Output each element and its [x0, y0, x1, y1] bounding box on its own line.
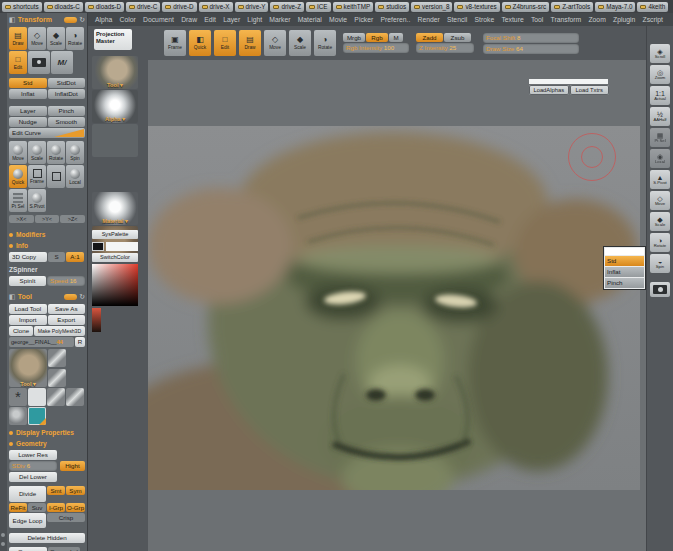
menu-movie[interactable]: Movie: [329, 16, 347, 23]
rotate-shelf-button[interactable]: ◑Rotate: [314, 30, 336, 56]
snap-x-button[interactable]: >X<: [9, 215, 34, 223]
shortcut-button[interactable]: drive-Y: [235, 2, 269, 12]
sym-button[interactable]: Sym: [66, 486, 85, 495]
display-properties-section[interactable]: Display Properties: [9, 427, 86, 438]
spinit-button[interactable]: SpinIt: [9, 276, 46, 286]
sys-palette-button[interactable]: SysPalette: [92, 230, 138, 239]
info-section[interactable]: Info: [9, 240, 86, 251]
crisp-button[interactable]: Crisp: [47, 513, 85, 522]
refresh-icon[interactable]: ↻: [79, 16, 85, 23]
refit-button[interactable]: ReFit: [9, 503, 27, 512]
menu-render[interactable]: Render: [417, 16, 439, 23]
actual-size-button[interactable]: 1:1Actual: [650, 86, 670, 105]
suv-button[interactable]: Suv: [28, 503, 46, 512]
ogrp-button[interactable]: O-Grp: [66, 503, 85, 512]
menu-document[interactable]: Document: [143, 16, 174, 23]
transform-palette-header[interactable]: ◧ Transform ↻: [9, 13, 86, 26]
draw-mode-button[interactable]: ▤Draw: [9, 27, 27, 50]
rotate-mode-button[interactable]: ◑Rotate: [66, 27, 84, 50]
draw-size-slider[interactable]: Draw Size 64: [483, 44, 579, 54]
scroll-button[interactable]: ◈Scroll: [650, 44, 670, 63]
shortcut-button[interactable]: Maya-7.0: [595, 2, 635, 12]
tool-thumbnail[interactable]: [48, 349, 66, 367]
tool-thumbnail-selected[interactable]: [28, 407, 46, 425]
spivot-button[interactable]: S.Pivot: [28, 189, 46, 212]
crease-button[interactable]: Crease: [9, 547, 47, 551]
gyro-rotate-button[interactable]: Rotate: [47, 141, 65, 164]
ptsel-button[interactable]: Pt Sel: [9, 189, 27, 212]
palette-toggle[interactable]: [64, 17, 77, 23]
scale-mode-button[interactable]: ◆Scale: [47, 27, 65, 50]
copy-a-button[interactable]: A:1: [66, 252, 84, 262]
edge-loop-button[interactable]: Edge Loop: [9, 513, 46, 528]
ptsel-shelf-button[interactable]: ▦Pt Sel: [650, 128, 670, 147]
shortcut-button[interactable]: shortcuts: [2, 2, 42, 12]
document-canvas[interactable]: [148, 126, 640, 490]
switch-color-button[interactable]: SwitchColor: [92, 253, 138, 262]
marker-button[interactable]: M/: [51, 51, 73, 74]
menu-draw[interactable]: Draw: [181, 16, 197, 23]
lower-res-button[interactable]: Lower Res: [9, 450, 57, 460]
snap-y-button[interactable]: >Y<: [35, 215, 60, 223]
menu-stroke[interactable]: Stroke: [475, 16, 495, 23]
menu-color[interactable]: Color: [120, 16, 136, 23]
menu-alpha[interactable]: Alpha: [95, 16, 112, 23]
popup-item-inflat[interactable]: Inflat: [605, 267, 644, 277]
gyro-3d-button[interactable]: [47, 165, 65, 188]
shortcut-button[interactable]: studios: [375, 2, 409, 12]
tool-palette-header[interactable]: ◧ Tool ↻: [9, 290, 86, 303]
shortcut-button[interactable]: drive-Z: [270, 2, 304, 12]
aahalf-button[interactable]: ½AAHalf: [650, 107, 670, 126]
rgb-intensity-slider[interactable]: Rgb Intensity 100: [343, 43, 409, 53]
panel-edge-strip[interactable]: [0, 13, 7, 551]
speed-slider[interactable]: Speed 16: [47, 276, 85, 286]
edit-mode-button[interactable]: □Edit: [9, 51, 27, 74]
shortcut-button[interactable]: drive-C: [126, 2, 160, 12]
shortcut-button[interactable]: v8-textures: [454, 2, 499, 12]
load-textures-button[interactable]: Load Txtrs: [570, 85, 610, 95]
copy-s-field[interactable]: S: [48, 252, 65, 262]
crease-lvl-slider[interactable]: CreaseLvl: [48, 547, 80, 551]
tool-thumbnail-smear[interactable]: [9, 407, 27, 425]
quick-shelf-button[interactable]: ◧Quick: [189, 30, 211, 56]
popup-blank-field[interactable]: [605, 248, 644, 255]
snap-z-button[interactable]: >Z<: [60, 215, 85, 223]
primary-color-swatch[interactable]: [106, 242, 138, 251]
menu-zscript[interactable]: Zscript: [642, 16, 662, 23]
igrp-button[interactable]: I-Grp: [47, 503, 65, 512]
menu-layer[interactable]: Layer: [223, 16, 240, 23]
m-button[interactable]: M: [389, 33, 403, 42]
draw-shelf-button[interactable]: ▤Draw: [239, 30, 261, 56]
shortcut-button[interactable]: Z4bruns-src: [502, 2, 550, 12]
shortcut-button[interactable]: keithTMP: [333, 2, 374, 12]
color-picker[interactable]: [92, 264, 138, 306]
menu-material[interactable]: Material: [298, 16, 322, 23]
menu-marker[interactable]: Marker: [269, 16, 290, 23]
clone-button[interactable]: Clone: [9, 326, 33, 336]
brush-layer-button[interactable]: Layer: [9, 106, 47, 116]
menu-transform[interactable]: Transform: [551, 16, 582, 23]
load-alphas-button[interactable]: LoadAlphas: [529, 85, 569, 95]
gyro-spin-button[interactable]: Spin: [66, 141, 84, 164]
edit-shelf-button[interactable]: □Edit: [214, 30, 236, 56]
quick-button[interactable]: Quick: [9, 165, 27, 188]
gyro-scale-button[interactable]: Scale: [28, 141, 46, 164]
frame-shelf-button[interactable]: ▣Frame: [164, 30, 186, 56]
menu-tool[interactable]: Tool: [531, 16, 543, 23]
brush-inflat-button[interactable]: Inflat: [9, 89, 47, 99]
color-strip[interactable]: [92, 308, 101, 332]
refresh-icon[interactable]: ↻: [79, 293, 85, 300]
alpha-tray-thumbnail[interactable]: Alpha ▾: [92, 90, 138, 123]
local-shelf-button[interactable]: ◉Local: [650, 149, 670, 168]
tool-thumbnail[interactable]: [66, 388, 84, 406]
del-lower-button[interactable]: Del Lower: [9, 472, 57, 482]
spin-shelf-right-button[interactable]: ◒Spin: [650, 254, 670, 273]
frame-button[interactable]: Frame: [28, 165, 46, 188]
zadd-button[interactable]: Zadd: [416, 33, 443, 42]
projection-master-button[interactable]: Projection Master: [94, 29, 132, 50]
make-polymesh-button[interactable]: Make PolyMesh3D: [34, 326, 85, 336]
mrgb-button[interactable]: Mrgb: [343, 33, 365, 42]
export-button[interactable]: Export: [48, 315, 86, 325]
load-tool-button[interactable]: Load Tool: [9, 304, 47, 314]
move-mode-button[interactable]: ◇Move: [28, 27, 46, 50]
